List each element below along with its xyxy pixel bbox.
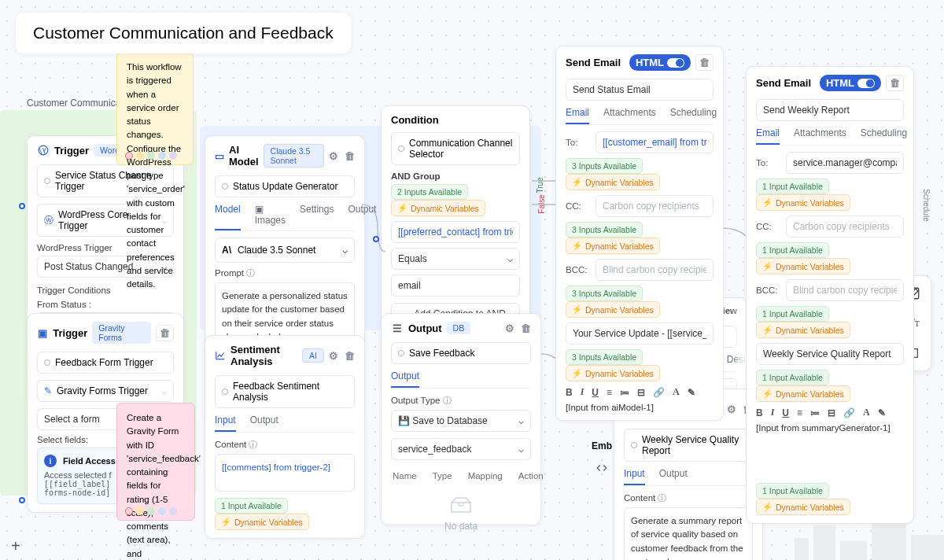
chip-inputs[interactable]: 1 Input Available	[756, 242, 829, 258]
delete-icon[interactable]: 🗑	[345, 150, 355, 162]
tab-input[interactable]: Input	[624, 468, 645, 485]
condition-label-row[interactable]: Communication Channel Selector	[391, 132, 520, 165]
trigger-icon: ▣	[37, 326, 48, 339]
chip-inputs[interactable]: 3 Inputs Available	[566, 286, 643, 301]
help-icon[interactable]: ⓘ	[249, 440, 257, 449]
summary-tabs: Input Output	[624, 468, 753, 486]
output-label-row[interactable]: Save Feedback	[391, 342, 531, 364]
help-icon[interactable]: ⓘ	[246, 268, 255, 278]
trigger2-label-row[interactable]: Feedback Form Trigger	[37, 352, 174, 374]
settings-icon[interactable]: ⚙	[329, 350, 338, 362]
chip-inputs[interactable]: 1 Input Available	[215, 498, 288, 514]
summary-label-row[interactable]: Weekly Service Quality Report	[624, 429, 753, 462]
tab-settings[interactable]: Settings	[300, 204, 334, 230]
tab-output[interactable]: Output	[391, 370, 419, 388]
node-title: Trigger	[54, 145, 89, 157]
save-icon: 💾	[398, 415, 410, 426]
badge-claude: Claude 3.5 Sonnet	[264, 144, 324, 168]
trigger2-type-row[interactable]: ✎ Gravity Forms Trigger⌵	[37, 380, 174, 402]
body-from: [Input from summaryGenerator-1]	[756, 423, 904, 478]
chip-inputs[interactable]: 3 Inputs Available	[566, 349, 643, 365]
cc-input[interactable]	[596, 195, 714, 217]
delete-icon[interactable]: 🗑	[156, 325, 174, 341]
bcc-input[interactable]	[596, 259, 714, 281]
sticky-color-dots[interactable]	[125, 152, 177, 160]
chip-dynamic[interactable]: ⚡ Dynamic Variables	[756, 194, 850, 211]
settings-icon[interactable]: ⚙	[329, 150, 338, 162]
tab-attachments[interactable]: Attachments	[603, 107, 656, 124]
delete-icon[interactable]: 🗑	[345, 350, 355, 362]
content-textarea[interactable]: [[comments] from trigger-2]	[215, 454, 355, 492]
chip-dynamic[interactable]: ⚡ Dynamic Variables	[215, 514, 309, 530]
chip-dynamic[interactable]: ⚡ Dynamic Variables	[566, 365, 660, 381]
tab-output[interactable]: Output	[348, 204, 376, 230]
subject-line-input[interactable]	[756, 343, 904, 365]
false-label: False	[537, 194, 546, 213]
chip-inputs[interactable]: 1 Input Available	[756, 179, 829, 194]
node-send-email-1: Send Email HTML 🗑 Email Attachments Sche…	[555, 46, 724, 421]
chip-dynamic[interactable]: ⚡ Dynamic Variables	[756, 258, 850, 274]
chip-dynamic[interactable]: ⚡ Dynamic Variables	[391, 200, 485, 216]
emb-label: Emb	[592, 440, 612, 451]
chip-inputs[interactable]: 3 Inputs Available	[566, 222, 643, 238]
html-toggle[interactable]: HTML	[629, 54, 691, 71]
cond-operator-select[interactable]: Equals⌵	[391, 248, 520, 270]
tab-scheduling[interactable]: Scheduling	[861, 127, 907, 145]
chip-dynamic[interactable]: ⚡ Dynamic Variables	[566, 301, 660, 318]
editor-toolbar[interactable]: BIU ≡≔⊟🔗A✎	[756, 402, 904, 423]
delete-icon[interactable]: 🗑	[695, 54, 714, 71]
sticky-color-dots[interactable]	[125, 507, 177, 515]
info-icon: i	[44, 455, 57, 467]
email-subject-input[interactable]	[756, 99, 904, 121]
tab-images[interactable]: ▣ Images	[255, 204, 286, 230]
to-input[interactable]	[596, 131, 714, 153]
cond-value-input[interactable]	[391, 274, 520, 297]
chip-inputs[interactable]: 1 Input Available	[756, 306, 829, 322]
tab-output[interactable]: Output	[250, 414, 278, 432]
chip-dynamic[interactable]: ⚡ Dynamic Variables	[756, 499, 850, 515]
sticky-note-workflow[interactable]: This workflow is triggered when a servic…	[116, 52, 194, 165]
output-type-select[interactable]: 💾 Save to Database⌵	[391, 410, 531, 432]
cc-input[interactable]	[786, 216, 904, 238]
to-input[interactable]	[786, 152, 904, 174]
sticky-note-form[interactable]: Create a Gravity Form with ID 'service_f…	[116, 403, 195, 521]
help-icon[interactable]: ⓘ	[658, 493, 666, 503]
content-label: Content ⓘ	[624, 492, 753, 504]
bcc-input[interactable]	[786, 279, 904, 301]
chip-inputs[interactable]: 2 Inputs Available	[391, 184, 468, 200]
chip-dynamic[interactable]: ⚡ Dynamic Variables	[566, 238, 660, 254]
subject-line-input[interactable]	[566, 322, 714, 344]
settings-icon[interactable]: ⚙	[727, 403, 736, 415]
settings-icon[interactable]: ⚙	[505, 322, 514, 334]
help-icon[interactable]: ⓘ	[443, 396, 452, 405]
node-title: AI Model	[229, 144, 259, 168]
editor-toolbar[interactable]: BIU ≡≔⊟🔗A✎	[566, 381, 714, 403]
html-toggle[interactable]: HTML	[820, 75, 881, 91]
email-subject-input[interactable]	[566, 79, 714, 101]
chip-dynamic[interactable]: ⚡ Dynamic Variables	[566, 174, 660, 190]
chip-inputs[interactable]: 3 Inputs Available	[566, 158, 643, 174]
tab-model[interactable]: Model	[215, 204, 241, 230]
ai-label-row[interactable]: Status Update Generator	[215, 175, 355, 197]
chip-dynamic[interactable]: ⚡ Dynamic Variables	[756, 322, 850, 338]
chip-inputs[interactable]: 1 Input Available	[756, 370, 829, 385]
tab-design[interactable]: Design	[727, 354, 747, 371]
chip-dynamic[interactable]: ⚡ Dynamic Variables	[756, 385, 850, 402]
delete-icon[interactable]: 🗑	[521, 322, 531, 334]
tab-scheduling[interactable]: Scheduling	[670, 107, 717, 124]
model-select[interactable]: A\ Claude 3.5 Sonnet⌵	[215, 238, 355, 263]
chip-inputs[interactable]: 1 Input Available	[756, 483, 829, 499]
tab-email[interactable]: Email	[566, 107, 589, 124]
tab-input[interactable]: Input	[215, 414, 236, 432]
tab-output[interactable]: Output	[659, 468, 688, 485]
and-group-label: AND Group	[391, 171, 520, 181]
delete-icon[interactable]: 🗑	[886, 75, 904, 91]
sentiment-label-row[interactable]: Feedback Sentiment Analysis	[215, 375, 355, 408]
tab-attachments[interactable]: Attachments	[794, 127, 846, 145]
page-title: Customer Communication and Feedback	[16, 13, 351, 53]
add-button[interactable]: +	[11, 537, 20, 555]
summary-textarea[interactable]: Generate a summary report of service qua…	[624, 507, 753, 560]
tab-email[interactable]: Email	[756, 127, 780, 145]
table-select[interactable]: service_feedback⌵	[391, 438, 531, 460]
cond-input-field[interactable]	[391, 221, 520, 243]
